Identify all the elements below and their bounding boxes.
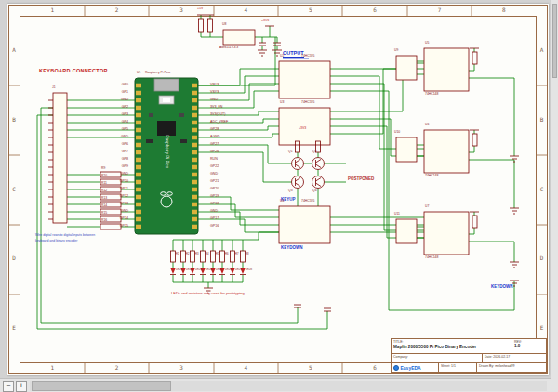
pico-pin-label: GP19 <box>210 195 268 199</box>
frame-col-label: 1 <box>48 7 56 13</box>
ic-value: 74HC595 <box>301 101 314 104</box>
pico-pin-label: GND <box>210 173 268 176</box>
title-cell: TITLE: Maplin 2000/5500 Pi Pico Binary E… <box>392 339 512 353</box>
frame-row-label: E <box>538 325 546 331</box>
led-note: LEDs and resistors only used for prototy… <box>171 292 245 295</box>
resistor-ref: R12 <box>101 189 107 192</box>
sheet-value: 1/1 <box>451 364 456 368</box>
pico-pin-label: GP10 <box>67 180 128 184</box>
schematic-sheet[interactable]: KEYBOARD CONNECTOR Wire digital rows to … <box>7 4 549 375</box>
date-cell: Date: 2026-02-17 <box>482 354 546 362</box>
pico-pin-label: GP8 <box>67 158 128 162</box>
net-label-keydown: KEYDOWN <box>281 246 303 251</box>
frame-col-label: 7 <box>435 7 443 13</box>
resistor-ref: R9 <box>101 167 105 170</box>
drawnby-label: Drawn By: <box>479 364 494 368</box>
pico-pin-label: 3V3_EN <box>210 106 268 110</box>
frame-row-label: A <box>538 47 546 53</box>
frame-col-label: 3 <box>178 365 185 371</box>
pico-pin-label: GP12 <box>67 195 128 199</box>
frame-row-label: C <box>538 187 546 192</box>
power-flag-3v3: +3V3 <box>261 20 269 23</box>
ic-value: 74HC148 <box>425 93 438 96</box>
ic-ref: U4 <box>280 200 284 203</box>
pico-pin-label: VSYS <box>210 91 268 95</box>
horizontal-scrollbar[interactable]: − + <box>0 378 551 392</box>
label-layer: KEYBOARD CONNECTOR Wire digital rows to … <box>7 4 549 375</box>
frame-col-label: 5 <box>307 365 314 371</box>
pico-pin-label: GP16 <box>210 225 268 229</box>
pico-pin-label: GND <box>67 173 128 176</box>
date-value: 2026-02-17 <box>493 355 510 359</box>
power-flag-5v: +5V <box>197 7 203 11</box>
pico-pin-label: RUN <box>210 158 268 162</box>
regulator-value: AMS1117-3.3 <box>219 46 238 49</box>
wiring-note-line2: keyboard and binary encoder <box>35 240 77 243</box>
frame-row-label: C <box>10 187 19 192</box>
company-row: Company: Date: 2026-02-17 <box>392 353 546 362</box>
frame-col-label: 6 <box>371 7 379 13</box>
zoom-out-button[interactable]: − <box>3 381 14 392</box>
brand-name: EasyEDA <box>401 365 421 371</box>
frame-col-label: 4 <box>242 365 249 371</box>
sheet-title: Maplin 2000/5500 Pi Pico Binary Encoder <box>393 345 510 349</box>
pico-pin-label: GP13 <box>67 203 128 206</box>
resistor-ref: R5 <box>216 253 219 255</box>
company-label: Company: <box>393 355 408 359</box>
frame-row-label: D <box>10 255 19 261</box>
ic-value: 74HC595 <box>301 200 314 203</box>
keyboard-connector-label: KEYBOARD CONNECTOR <box>39 69 108 74</box>
frame-col-label: 2 <box>113 365 121 371</box>
pico-ref: U1 <box>137 72 140 74</box>
pico-pin-label: GND <box>210 98 268 102</box>
ic-ref: U5 <box>425 42 429 45</box>
led-ref: LED8 <box>246 268 252 271</box>
hscroll-track[interactable] <box>30 381 547 391</box>
ic-value: 74HC595 <box>301 55 314 58</box>
pico-pin-label: GP2 <box>67 106 128 110</box>
ic-ref: U9 <box>394 49 398 52</box>
pico-pin-label: GP7 <box>67 150 128 154</box>
transistor-ref: Q1 <box>288 150 293 153</box>
resistor-ref: R10 <box>101 175 107 177</box>
led-ref: LED7 <box>235 268 242 271</box>
transistor-ref: Q3 <box>288 189 293 192</box>
led-ref: LED1 <box>176 268 182 271</box>
ic-ref: U2 <box>280 55 284 58</box>
frame-col-label: 6 <box>371 365 379 371</box>
hscroll-thumb[interactable] <box>32 381 171 391</box>
pico-pin-label: GND <box>67 210 128 214</box>
pico-pin-label: GP18 <box>210 203 268 206</box>
rev-value: 1.0 <box>514 344 544 348</box>
zoom-in-button[interactable]: + <box>16 381 27 392</box>
frame-col-label: 4 <box>242 7 249 13</box>
pico-pin-label: GND <box>67 136 128 139</box>
pico-pin-label: GP15 <box>67 225 128 229</box>
pico-value: Raspberry Pi Pico <box>145 72 170 74</box>
easyeda-logo-icon <box>393 365 399 371</box>
pico-pin-label: GP28 <box>210 128 268 132</box>
frame-col-label: 3 <box>178 7 185 13</box>
ic-value: 74HC148 <box>425 256 438 259</box>
regulator-ref: U8 <box>222 23 226 26</box>
led-ref: LED5 <box>216 268 222 271</box>
transistor-ref: Q4 <box>312 189 317 192</box>
pico-pin-label: GP6 <box>67 143 128 147</box>
rev-cell: REV: 1.0 <box>512 339 546 353</box>
pico-pin-label: GP1 <box>67 91 128 95</box>
date-label: Date: <box>485 355 492 359</box>
resistor-ref: R6 <box>225 253 229 255</box>
power-flag-3v3: +3V3 <box>299 127 306 131</box>
vertical-scrollbar[interactable] <box>551 0 558 378</box>
drawnby-cell: Drawn By: melonhead99 <box>476 363 546 372</box>
pico-pin-label: GP14 <box>67 217 128 221</box>
pico-pin-label: 3V3(OUT) <box>210 113 268 117</box>
pico-pin-label: GP5 <box>67 128 128 132</box>
resistor-ref: R16 <box>101 219 107 222</box>
vscroll-thumb[interactable] <box>552 4 557 78</box>
resistor-ref: R3 <box>195 253 199 255</box>
transistor-ref: Q2 <box>312 150 317 153</box>
led-ref: LED2 <box>186 268 193 271</box>
company-cell: Company: <box>392 354 482 362</box>
frame-row-label: D <box>538 255 546 261</box>
